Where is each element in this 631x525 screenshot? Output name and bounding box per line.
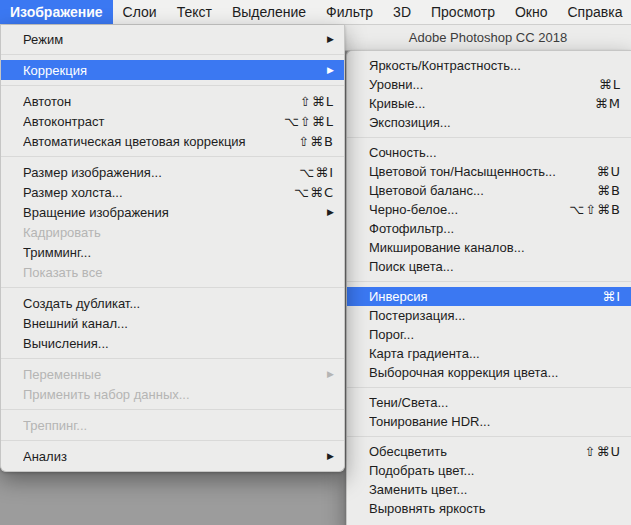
menubar-item-4[interactable]: Фильтр — [316, 0, 383, 24]
adjustments-menu-item-1-1[interactable]: Цветовой тон/Насыщенность...⌘U — [347, 162, 631, 181]
menubar-item-7[interactable]: Окно — [505, 0, 558, 24]
adjustments-menu-item-0-0[interactable]: Яркость/Контрастность... — [347, 56, 631, 75]
image-menu-item-4-1[interactable]: Внешний канал... — [1, 313, 344, 333]
menu-item-label: Фотофильтр... — [369, 221, 621, 236]
menu-item-label: Автотон — [23, 94, 282, 109]
adjustments-menu-item-1-3[interactable]: Черно-белое...⌥⇧⌘B — [347, 200, 631, 219]
adjustments-menu-separator-3 — [347, 387, 631, 388]
adjustments-menu-item-2-4[interactable]: Выборочная коррекция цвета... — [347, 363, 631, 382]
menu-item-shortcut: ⇧⌘L — [300, 94, 334, 109]
menu-item-label: Черно-белое... — [369, 202, 551, 217]
menu-item-shortcut: ⌥⌘C — [294, 185, 334, 200]
adjustments-menu-item-2-2[interactable]: Порог... — [347, 325, 631, 344]
image-menu-item-4-0[interactable]: Создать дубликат... — [1, 293, 344, 313]
window-title-bar: Adobe Photoshop CC 2018 — [345, 25, 631, 51]
menu-item-label: Автоконтраст — [23, 114, 266, 129]
image-menu-item-2-1[interactable]: Автоконтраст⌥⇧⌘L — [1, 111, 344, 131]
adjustments-menu-item-4-3[interactable]: Выровнять яркость — [347, 499, 631, 518]
image-menu-item-3-0[interactable]: Размер изображения...⌥⌘I — [1, 162, 344, 182]
image-menu-separator-5 — [1, 358, 344, 359]
menu-item-shortcut: ⌥⌘I — [299, 165, 334, 180]
image-menu-item-3-2[interactable]: Вращение изображения▶ — [1, 202, 344, 222]
adjustments-menu-item-2-0[interactable]: Инверсия⌘I — [347, 287, 631, 306]
menubar-item-2[interactable]: Текст — [167, 0, 222, 24]
menu-item-label: Создать дубликат... — [23, 296, 334, 311]
menu-item-label: Анализ — [23, 449, 309, 464]
menubar-item-8[interactable]: Справка — [558, 0, 631, 24]
image-menu-item-7-0[interactable]: Анализ▶ — [1, 446, 344, 466]
adjustments-menu-item-1-4[interactable]: Фотофильтр... — [347, 219, 631, 238]
image-menu-separator-3 — [1, 156, 344, 157]
menu-item-label: Подобрать цвет... — [369, 463, 621, 478]
menu-bar: ИзображениеСлоиТекстВыделениеФильтр3DПро… — [0, 0, 631, 25]
image-menu-panel: Режим▶Коррекция▶Автотон⇧⌘LАвтоконтраст⌥⇧… — [0, 25, 345, 472]
menu-item-label: Заменить цвет... — [369, 482, 621, 497]
image-menu-item-3-4[interactable]: Тримминг... — [1, 242, 344, 262]
adjustments-menu-item-3-0[interactable]: Тени/Света... — [347, 393, 631, 412]
adjustments-menu-item-4-1[interactable]: Подобрать цвет... — [347, 461, 631, 480]
menu-item-label: Карта градиента... — [369, 346, 621, 361]
adjustments-menu-item-0-2[interactable]: Кривые...⌘M — [347, 94, 631, 113]
adjustments-menu-separator-2 — [347, 281, 631, 282]
image-menu-item-5-1: Применить набор данных... — [1, 384, 344, 404]
adjustments-submenu-panel: Яркость/Контрастность...Уровни...⌘LКривы… — [346, 50, 631, 525]
menubar-item-1[interactable]: Слои — [113, 0, 167, 24]
image-menu-item-4-2[interactable]: Вычисления... — [1, 333, 344, 353]
menu-item-shortcut: ⇧⌘U — [585, 444, 621, 459]
menu-item-label: Уровни... — [369, 77, 581, 92]
menu-item-label: Коррекция — [23, 63, 309, 78]
menu-item-shortcut: ⌘L — [599, 77, 621, 92]
image-menu-separator-7 — [1, 440, 344, 441]
adjustments-menu-item-1-5[interactable]: Микширование каналов... — [347, 238, 631, 257]
menu-item-label: Цветовой баланс... — [369, 183, 579, 198]
menu-item-label: Постеризация... — [369, 308, 621, 323]
submenu-arrow-icon: ▶ — [327, 66, 334, 75]
menu-item-label: Тримминг... — [23, 245, 334, 260]
submenu-arrow-icon: ▶ — [327, 35, 334, 44]
menu-item-label: Тонирование HDR... — [369, 414, 621, 429]
adjustments-menu-separator-1 — [347, 137, 631, 138]
adjustments-menu-item-1-0[interactable]: Сочность... — [347, 143, 631, 162]
menu-item-label: Сочность... — [369, 145, 621, 160]
menu-item-label: Инверсия — [369, 289, 584, 304]
submenu-arrow-icon: ▶ — [327, 370, 334, 379]
adjustments-menu-item-0-1[interactable]: Уровни...⌘L — [347, 75, 631, 94]
menu-item-label: Цветовой тон/Насыщенность... — [369, 164, 578, 179]
menu-item-label: Тени/Света... — [369, 395, 621, 410]
menu-item-label: Режим — [23, 32, 309, 47]
menu-item-shortcut: ⌘U — [596, 164, 621, 179]
menu-item-shortcut: ⌥⇧⌘L — [284, 114, 334, 129]
menu-item-label: Выборочная коррекция цвета... — [369, 365, 621, 380]
adjustments-menu-item-4-2[interactable]: Заменить цвет... — [347, 480, 631, 499]
adjustments-menu-item-3-1[interactable]: Тонирование HDR... — [347, 412, 631, 431]
menu-item-label: Показать все — [23, 265, 334, 280]
menu-item-label: Треппинг... — [23, 418, 334, 433]
adjustments-menu-item-4-0[interactable]: Обесцветить⇧⌘U — [347, 442, 631, 461]
adjustments-menu-item-2-3[interactable]: Карта градиента... — [347, 344, 631, 363]
menu-item-label: Яркость/Контрастность... — [369, 58, 621, 73]
menubar-item-0[interactable]: Изображение — [0, 0, 113, 24]
menubar-item-3[interactable]: Выделение — [222, 0, 316, 24]
menu-item-label: Переменные — [23, 367, 309, 382]
menu-item-label: Автоматическая цветовая коррекция — [23, 134, 280, 149]
menubar-item-6[interactable]: Просмотр — [421, 0, 505, 24]
image-menu-item-0-0[interactable]: Режим▶ — [1, 29, 344, 49]
image-menu-item-3-3: Кадрировать — [1, 222, 344, 242]
image-menu-separator-2 — [1, 85, 344, 86]
adjustments-menu-item-1-2[interactable]: Цветовой баланс...⌘B — [347, 181, 631, 200]
adjustments-menu-item-0-3[interactable]: Экспозиция... — [347, 113, 631, 132]
menu-item-label: Размер холста... — [23, 185, 276, 200]
menu-item-shortcut: ⇧⌘B — [298, 134, 334, 149]
image-menu-item-5-0: Переменные▶ — [1, 364, 344, 384]
image-menu-item-2-0[interactable]: Автотон⇧⌘L — [1, 91, 344, 111]
adjustments-menu-item-2-1[interactable]: Постеризация... — [347, 306, 631, 325]
menubar-item-5[interactable]: 3D — [383, 0, 421, 24]
image-menu-item-1-0[interactable]: Коррекция▶ — [1, 60, 344, 80]
image-menu-item-3-1[interactable]: Размер холста...⌥⌘C — [1, 182, 344, 202]
image-menu-item-2-2[interactable]: Автоматическая цветовая коррекция⇧⌘B — [1, 131, 344, 151]
image-menu-item-6-0: Треппинг... — [1, 415, 344, 435]
menu-item-label: Микширование каналов... — [369, 240, 621, 255]
adjustments-menu-item-1-6[interactable]: Поиск цвета... — [347, 257, 631, 276]
image-menu-separator-6 — [1, 409, 344, 410]
menu-item-shortcut: ⌘I — [602, 289, 621, 304]
